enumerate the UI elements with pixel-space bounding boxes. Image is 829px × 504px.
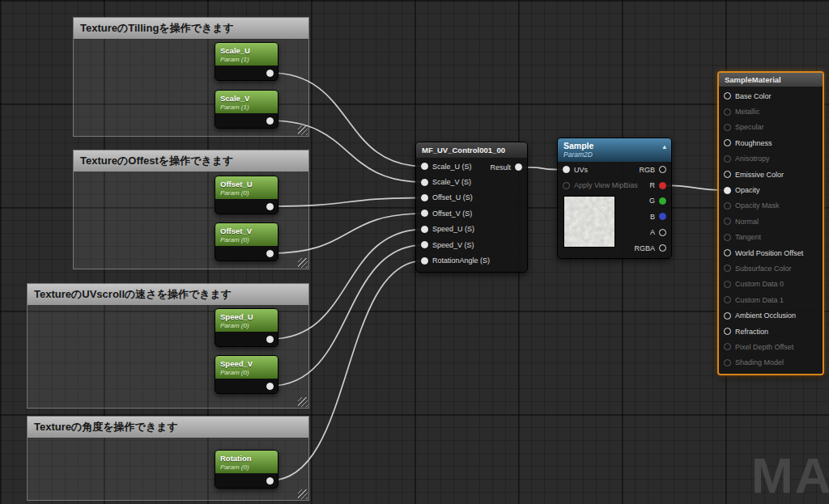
output-pin[interactable]: [266, 203, 274, 210]
output-pin[interactable]: [659, 166, 666, 173]
pin-label: Scale_V (S): [432, 178, 471, 186]
output-pin[interactable]: [266, 477, 274, 485]
input-pin[interactable]: [421, 241, 428, 248]
material-pin-row: Refraction: [719, 324, 823, 339]
param-node-speed-u[interactable]: Speed_U Param (0): [215, 308, 278, 347]
mf-input-row: Speed_U (S): [416, 222, 527, 237]
output-pin[interactable]: [266, 336, 274, 343]
output-pin[interactable]: [266, 117, 274, 125]
pin-label: Tangent: [735, 233, 761, 241]
input-pin[interactable]: [421, 257, 428, 265]
mf-input-row: Offset_V (S): [416, 205, 527, 221]
output-pin[interactable]: [659, 213, 666, 220]
param-node-offset-v[interactable]: Offset_V Param (0): [215, 222, 278, 261]
input-pin[interactable]: [724, 265, 731, 272]
input-pin[interactable]: [724, 108, 731, 116]
material-pin-row: Tangent: [719, 230, 823, 245]
resize-handle[interactable]: [298, 397, 308, 407]
material-pin-list: Base Color Metallic Specular Roughness: [719, 87, 823, 374]
mf-uv-control-node[interactable]: MF_UV_Control001_00 Scale_U (S) Scale_V …: [415, 142, 528, 273]
node-subtitle: Param (1): [220, 104, 273, 111]
input-pin[interactable]: [421, 179, 428, 186]
output-pin[interactable]: [659, 182, 666, 189]
pin-label: Scale_U (S): [432, 163, 472, 171]
comment-title[interactable]: TextureのUVscrollの速さを操作できます: [28, 284, 308, 305]
pin-label: A: [650, 228, 655, 236]
node-title: Rotation: [220, 454, 273, 463]
resize-handle[interactable]: [298, 489, 308, 499]
resize-handle[interactable]: [298, 125, 308, 135]
input-pin[interactable]: [724, 281, 731, 288]
input-pin[interactable]: [563, 182, 570, 189]
input-pin[interactable]: [563, 166, 570, 173]
input-pin[interactable]: [724, 343, 731, 350]
pin-label: Offset_V (S): [432, 210, 472, 218]
input-pin[interactable]: [724, 92, 731, 100]
input-pin[interactable]: [724, 328, 731, 335]
input-pin[interactable]: [724, 155, 731, 163]
input-pin[interactable]: [724, 124, 731, 131]
param-node-scale-v[interactable]: Scale_V Param (1): [215, 90, 278, 129]
node-subtitle: Param (0): [220, 369, 273, 376]
sample-output-row: RGBA: [629, 240, 671, 256]
comment-title[interactable]: Textureの角度を操作できます: [28, 417, 308, 438]
node-subtitle: Param (0): [220, 464, 273, 471]
pin-label: Opacity Mask: [735, 201, 780, 210]
input-pin[interactable]: [724, 139, 731, 146]
output-pin[interactable]: [659, 244, 666, 252]
param-node-speed-v[interactable]: Speed_V Param (0): [215, 355, 278, 394]
input-pin[interactable]: [724, 359, 731, 366]
output-pin[interactable]: [266, 250, 274, 257]
node-title: Offset_V: [220, 227, 273, 235]
pin-label: Apply View MipBias: [574, 181, 638, 189]
node-title: Scale_U: [220, 46, 273, 55]
output-pin[interactable]: [515, 163, 522, 171]
param-node-scale-u[interactable]: Scale_U Param (1): [215, 42, 278, 81]
resize-handle[interactable]: [298, 258, 308, 268]
pin-label: Anisotropy: [735, 155, 770, 163]
input-pin[interactable]: [724, 249, 731, 256]
input-pin[interactable]: [421, 163, 428, 170]
pin-label: Speed_U (S): [432, 225, 474, 233]
texture-sample-node[interactable]: Sample Param2D ▴ UVs Apply View MipBias: [557, 138, 672, 259]
input-pin[interactable]: [421, 226, 428, 233]
input-pin[interactable]: [724, 171, 731, 178]
input-pin[interactable]: [724, 234, 731, 241]
sample-output-row: G: [629, 193, 671, 209]
param-node-offset-u[interactable]: Offset_U Param (0): [215, 176, 278, 214]
output-pin[interactable]: [266, 70, 274, 77]
input-pin[interactable]: [724, 187, 731, 194]
sample-output-row: A: [629, 225, 671, 240]
mf-input-row: Scale_V (S): [416, 174, 527, 189]
collapse-icon[interactable]: ▴: [662, 143, 666, 150]
input-pin[interactable]: [724, 218, 731, 225]
material-pin-row: Subsurface Color: [719, 260, 823, 276]
input-pin[interactable]: [724, 202, 731, 210]
output-pin[interactable]: [266, 383, 274, 390]
material-result-node[interactable]: SampleMaterial Base Color Metallic Specu…: [717, 71, 824, 375]
material-pin-row: Opacity: [719, 182, 823, 197]
pin-label: Refraction: [735, 328, 768, 336]
comment-title[interactable]: TextureのTillingを操作できます: [74, 18, 308, 39]
input-pin[interactable]: [724, 296, 731, 303]
output-pin[interactable]: [659, 197, 666, 205]
node-title: Offset_U: [220, 180, 273, 188]
mf-input-row: Offset_U (S): [416, 190, 527, 205]
sample-output-row: RGB: [629, 162, 671, 177]
pin-label: Custom Data 1: [735, 296, 784, 304]
mf-input-row: Speed_V (S): [416, 237, 527, 252]
material-pin-row: Shading Model: [719, 355, 823, 371]
output-pin[interactable]: [659, 229, 666, 236]
input-pin[interactable]: [421, 194, 428, 201]
node-title: Speed_V: [220, 359, 273, 368]
watermark-text: MAT: [751, 447, 829, 504]
input-pin[interactable]: [421, 210, 428, 217]
pin-label: Speed_V (S): [432, 241, 474, 249]
graph-canvas[interactable]: TextureのTillingを操作できます TextureのOffestを操作…: [0, 0, 829, 504]
pin-label: Opacity: [735, 186, 760, 194]
input-pin[interactable]: [724, 312, 731, 320]
node-title: Sample: [563, 141, 665, 150]
param-node-rotation[interactable]: Rotation Param (0): [215, 450, 278, 489]
comment-title[interactable]: TextureのOffestを操作できます: [74, 150, 308, 172]
material-pin-row: Base Color: [719, 88, 823, 104]
